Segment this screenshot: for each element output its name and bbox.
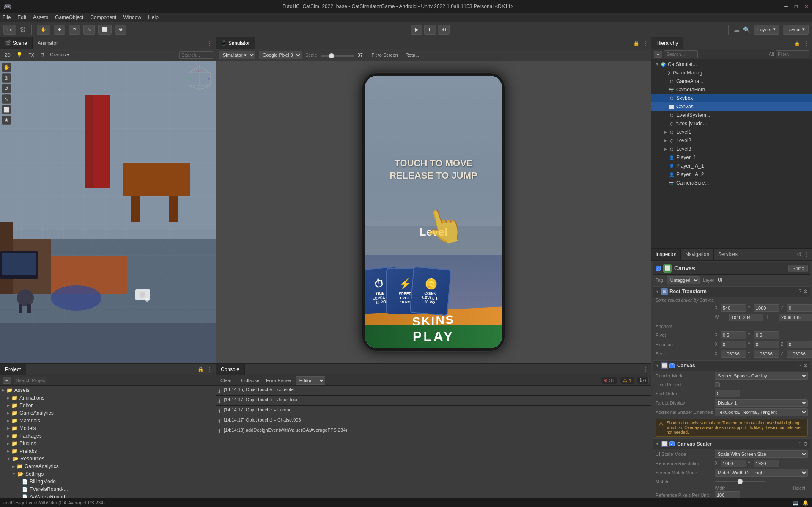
sort-order-input[interactable] <box>715 390 740 397</box>
hier-item-player1[interactable]: 👤 Player_1 <box>651 153 812 162</box>
tab-services[interactable]: Services <box>714 249 742 260</box>
ref-res-y-input[interactable] <box>754 460 779 467</box>
canvas-comp-checkbox[interactable]: ✓ <box>669 363 675 368</box>
tab-animator[interactable]: Animator <box>33 37 63 49</box>
console-options-icon[interactable]: ⋮ <box>643 366 648 372</box>
pos-z-input[interactable] <box>787 304 812 312</box>
rot-z-input[interactable] <box>787 341 812 348</box>
hier-item-level2[interactable]: ▶ ⬡ Level2 <box>651 136 812 145</box>
folder-settings[interactable]: ▼ 📂 Settings <box>0 470 216 478</box>
close-btn[interactable]: ✕ <box>804 3 809 9</box>
tag-select[interactable]: Untagged <box>667 276 700 284</box>
folder-resources[interactable]: ▼ 📂 Resources <box>0 455 216 463</box>
console-entry-1[interactable]: ℹ [14:14:15] Objet touché = console <box>216 386 651 396</box>
hier-add-btn[interactable]: + <box>654 51 662 58</box>
step-button[interactable]: ⏭ <box>438 25 450 35</box>
rotate-tool[interactable]: ↺ <box>69 25 80 35</box>
layout-dropdown[interactable]: Layout ▾ <box>783 25 809 35</box>
tab-simulator[interactable]: 📱 Simulator <box>216 37 255 49</box>
folder-gameanalytics2[interactable]: ▶ 📁 GameAnalytics <box>0 463 216 470</box>
project-search[interactable] <box>14 377 47 384</box>
menu-edit[interactable]: Edit <box>17 14 26 20</box>
console-entry-5[interactable]: ℹ [14:14:18] addDesignEventWithValue(GA:… <box>216 426 651 436</box>
scene-2d-toggle[interactable]: 2D <box>3 51 13 59</box>
simulator-dropdown[interactable]: Simulator ▾ <box>219 51 255 59</box>
pivot-y-input[interactable] <box>754 331 779 339</box>
tab-hierarchy[interactable]: Hierarchy <box>651 37 683 49</box>
tab-scene[interactable]: 🎬 Scene <box>0 37 33 49</box>
hier-options-icon[interactable]: ⋮ <box>804 40 809 46</box>
move-tool[interactable]: ✚ <box>54 25 65 35</box>
minimize-btn[interactable]: ─ <box>784 3 788 9</box>
console-error-badge[interactable]: ⊗ 33 <box>601 377 617 384</box>
ref-res-x-input[interactable] <box>721 460 746 467</box>
move-3d-tool[interactable]: ⊕ <box>2 73 11 83</box>
target-display-select[interactable]: Display 1 <box>715 399 808 407</box>
hier-lock-icon[interactable]: 🔒 <box>794 40 800 46</box>
pos-y-input[interactable] <box>754 304 779 312</box>
hier-item-camerascre[interactable]: 📷 CameraScre... <box>651 179 812 187</box>
scene-search[interactable] <box>179 51 213 59</box>
hier-item-playeria1[interactable]: 👤 Player_IA_1 <box>651 162 812 170</box>
rect-settings-icon[interactable]: ⚙ <box>803 289 808 295</box>
shader-channels-select[interactable]: TexCoord1, Normal, Tangent <box>715 408 808 416</box>
folder-materials[interactable]: ▶ 📁 Materials <box>0 417 216 424</box>
hier-item-tutos[interactable]: ⬡ tutos-jv-ude... <box>651 119 812 128</box>
console-errorpause-btn[interactable]: Error Pause <box>264 377 293 384</box>
scale-y-input[interactable] <box>754 350 779 358</box>
phone-play-button[interactable]: PLAY <box>365 325 502 348</box>
hand-tool[interactable]: ✋ <box>37 25 50 35</box>
rot-x-input[interactable] <box>721 341 746 348</box>
menu-component[interactable]: Component <box>90 14 116 20</box>
folder-plugins[interactable]: ▶ 📁 Plugins <box>0 440 216 447</box>
maximize-btn[interactable]: □ <box>795 3 798 9</box>
tab-inspector[interactable]: Inspector <box>651 249 681 260</box>
width-input[interactable] <box>729 314 763 321</box>
canvas-help-icon[interactable]: ? <box>798 363 801 369</box>
hier-item-camerahold[interactable]: 📷 CameraHold... <box>651 85 812 94</box>
console-info-badge[interactable]: ℹ 0 <box>637 377 649 384</box>
console-clear-btn[interactable]: Clear <box>218 377 233 384</box>
folder-models[interactable]: ▶ 📁 Models <box>0 424 216 432</box>
project-options-icon[interactable]: ⋮ <box>207 366 212 372</box>
folder-packages[interactable]: ▶ 📁 Packages <box>0 432 216 440</box>
console-entry-3[interactable]: ℹ [14:14:17] Objet touché = Lampe <box>216 406 651 416</box>
file-varelaround1[interactable]: 📄 FVarelaRound-... <box>0 485 216 493</box>
scaler-help-icon[interactable]: ? <box>798 441 801 447</box>
height-input[interactable] <box>779 314 812 321</box>
hier-item-gamemanag[interactable]: ⬡ GameManag... <box>651 69 812 77</box>
search-icon[interactable]: 🔍 <box>743 26 750 33</box>
sim-lock-icon[interactable]: 🔒 <box>633 40 639 46</box>
assets-root[interactable]: ▶ 📁 Assets <box>0 386 216 394</box>
rect-transform-header[interactable]: ▼ ⊞ Rect Transform ? ⚙ <box>653 286 810 297</box>
scene-lighting-btn[interactable]: 💡 <box>14 51 25 59</box>
tab-project[interactable]: Project <box>0 364 26 375</box>
scale-3d-tool[interactable]: ⤡ <box>2 94 11 104</box>
tab-navigation[interactable]: Navigation <box>681 249 714 260</box>
menu-gameobject[interactable]: GameObject <box>55 14 83 20</box>
canvas-component-header[interactable]: ▼ ⬜ ✓ Canvas ? ⚙ <box>653 360 810 371</box>
tab-console[interactable]: Console <box>216 364 245 375</box>
folder-gameanalytics[interactable]: ▶ 📁 GameAnalytics <box>0 409 216 417</box>
hier-item-level3[interactable]: ▶ ⬡ Level3 <box>651 145 812 153</box>
fit-screen-btn[interactable]: Fit to Screen <box>370 51 400 59</box>
pos-x-input[interactable] <box>721 304 746 312</box>
transform-tool[interactable]: ⊕ <box>115 25 126 35</box>
scale-z-input[interactable] <box>787 350 812 358</box>
rect-tool[interactable]: ⬜ <box>98 25 112 35</box>
screen-match-select[interactable]: Match Width Or Height <box>715 469 808 477</box>
rot-y-input[interactable] <box>754 341 779 348</box>
rotate-3d-tool[interactable]: ↺ <box>2 84 11 93</box>
insp-refresh-icon[interactable]: ↺ <box>797 251 802 258</box>
scale-x-input[interactable] <box>721 350 746 358</box>
folder-editor[interactable]: ▶ 📁 Editor <box>0 402 216 409</box>
menu-assets[interactable]: Assets <box>33 14 48 20</box>
static-badge[interactable]: Static <box>788 265 808 272</box>
console-entry-4[interactable]: ℹ [14:14:17] Objet touché = Chaise.006 <box>216 416 651 426</box>
hier-item-eventsystem[interactable]: ⬡ EventSystem... <box>651 111 812 119</box>
hier-item-skybox[interactable]: ⬡ Skybox <box>651 94 812 102</box>
scale-tool[interactable]: ⤡ <box>83 25 95 35</box>
render-mode-select[interactable]: Screen Space - Overlay <box>715 372 808 380</box>
save-button[interactable]: Fs <box>3 25 16 35</box>
console-editor-select[interactable]: Editor <box>296 376 325 385</box>
